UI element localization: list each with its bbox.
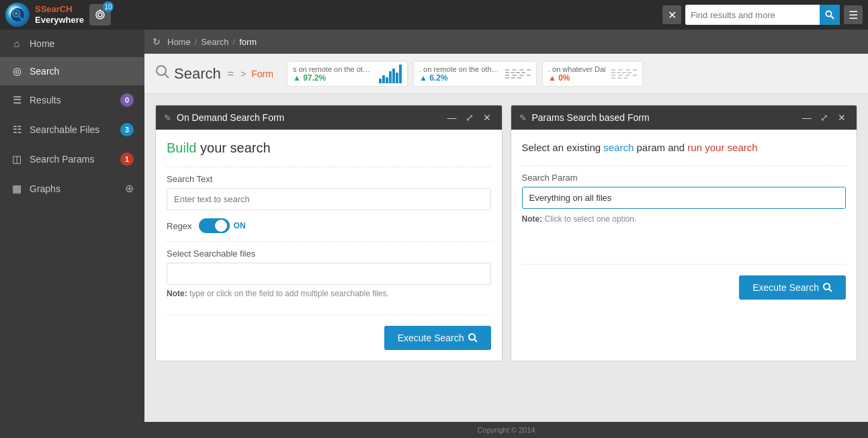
params-note: Note: Click to select one option. bbox=[522, 214, 847, 224]
svg-point-5 bbox=[98, 13, 102, 17]
topbar-right: ✕ ☰ bbox=[662, 5, 863, 25]
panel-on-demand: ✎ On Demand Search Form — ⤢ ✕ Build bbox=[155, 105, 503, 361]
regex-row: Regex ON bbox=[167, 218, 491, 233]
stat-percent-3: ▲ 0% bbox=[548, 73, 606, 83]
stat-text-2: . on remote on the other pc ▲ 6.2% bbox=[419, 65, 500, 83]
search-param-input[interactable] bbox=[522, 187, 847, 209]
select-files-label: Select Searchable files bbox=[167, 249, 491, 259]
app-name-part1: SSearCH bbox=[35, 4, 73, 14]
stat-percent-1: ▲ 97.2% bbox=[293, 73, 374, 83]
page-title-area: Search = > Form bbox=[155, 64, 273, 83]
breadcrumb-search[interactable]: Search bbox=[201, 37, 228, 47]
footer-text: Copyright © 2014 bbox=[478, 426, 535, 434]
page-title-separator: > bbox=[241, 69, 246, 79]
panel-params-close-button[interactable]: ✕ bbox=[835, 111, 849, 124]
execute-search-button-left[interactable]: Execute Search bbox=[384, 326, 491, 350]
app-name-part2: Everywhere bbox=[35, 15, 84, 26]
stat-text-3: . on whatever Dai ▲ 0% bbox=[548, 65, 606, 83]
topbar-close-button[interactable]: ✕ bbox=[662, 5, 681, 24]
panel-on-demand-body: Build your search Search Text Regex bbox=[156, 130, 502, 361]
params-separator bbox=[522, 165, 847, 166]
svg-point-7 bbox=[826, 11, 832, 17]
svg-line-8 bbox=[831, 16, 834, 19]
svg-line-12 bbox=[474, 339, 477, 342]
refresh-icon[interactable]: ↻ bbox=[153, 36, 161, 47]
sidebar-label-graphs: Graphs bbox=[30, 183, 118, 194]
sidebar-label-files: Searchable Files bbox=[30, 124, 114, 135]
svg-line-10 bbox=[165, 75, 169, 79]
dashed-lines-2 bbox=[505, 64, 531, 83]
panel-params-body: Select an existing search param and run … bbox=[511, 130, 857, 310]
select-files-input[interactable] bbox=[167, 263, 491, 285]
panel-params-expand-button[interactable]: ⤢ bbox=[818, 111, 831, 124]
sidebar-label-results: Results bbox=[30, 95, 114, 105]
breadcrumb-home[interactable]: Home bbox=[167, 37, 191, 47]
global-search-box bbox=[685, 5, 840, 25]
sidebar-item-search[interactable]: ◎ Search bbox=[0, 57, 144, 85]
topbar: SSearCH Everywhere 10 ✕ ☰ bbox=[0, 0, 868, 30]
panel-edit-icon: ✎ bbox=[164, 113, 171, 123]
sidebar: ⌂ Home ◎ Search ☰ Results 0 ☷ Searchable… bbox=[0, 30, 144, 438]
search-icon: ◎ bbox=[11, 65, 23, 77]
sidebar-item-home[interactable]: ⌂ Home bbox=[0, 30, 144, 57]
search-text-input[interactable] bbox=[167, 188, 491, 210]
page-search-icon bbox=[155, 64, 170, 83]
app-name: SSearCH Everywhere bbox=[35, 4, 84, 25]
notification-button[interactable]: 10 bbox=[89, 4, 111, 26]
toggle-label: ON bbox=[234, 221, 246, 230]
page-title-sub: Form bbox=[251, 69, 273, 79]
sidebar-label-search: Search bbox=[30, 66, 134, 77]
content-area: ↻ Home / Search / form Search = > bbox=[144, 30, 868, 438]
panel-on-demand-title: On Demand Search Form bbox=[177, 112, 284, 123]
files-badge: 3 bbox=[120, 123, 134, 136]
panel-minimize-button[interactable]: — bbox=[445, 111, 459, 124]
sidebar-label-home: Home bbox=[30, 38, 134, 49]
content-main: ✎ On Demand Search Form — ⤢ ✕ Build bbox=[144, 94, 868, 422]
mini-bar-chart-1 bbox=[379, 64, 402, 83]
page-header: Search = > Form s on remote on the other… bbox=[144, 54, 868, 94]
results-icon: ☰ bbox=[11, 94, 23, 106]
stat-text-1: s on remote on the other pc ▲ 97.2% bbox=[293, 65, 374, 83]
params-badge: 1 bbox=[120, 152, 134, 166]
stats-area: s on remote on the other pc ▲ 97.2% bbox=[287, 61, 857, 87]
graphs-add-icon[interactable]: ⊕ bbox=[125, 182, 134, 195]
panel-on-demand-header: ✎ On Demand Search Form — ⤢ ✕ bbox=[156, 105, 502, 130]
panel-params-minimize-button[interactable]: — bbox=[800, 111, 814, 124]
dashed-lines-3 bbox=[611, 64, 637, 83]
execute-area-right: Execute Search bbox=[522, 264, 847, 300]
separator-1 bbox=[167, 167, 491, 167]
global-search-button[interactable] bbox=[820, 5, 840, 25]
results-badge: 0 bbox=[120, 93, 134, 107]
breadcrumb: ↻ Home / Search / form bbox=[144, 30, 868, 54]
app-logo[interactable] bbox=[5, 3, 30, 27]
files-note: Note: type or click on the field to add … bbox=[167, 289, 491, 298]
sidebar-item-results[interactable]: ☰ Results 0 bbox=[0, 85, 144, 115]
params-title: Select an existing search param and run … bbox=[522, 140, 847, 155]
notification-badge: 10 bbox=[103, 1, 114, 12]
search-text-label: Search Text bbox=[167, 174, 491, 184]
stat-card-2: . on remote on the other pc ▲ 6.2% bbox=[413, 61, 537, 87]
topbar-left: SSearCH Everywhere 10 bbox=[5, 3, 111, 27]
regex-toggle[interactable]: ON bbox=[199, 218, 246, 233]
panel-params-actions: — ⤢ ✕ bbox=[800, 111, 849, 124]
panel-close-button[interactable]: ✕ bbox=[480, 111, 494, 124]
panel-expand-button[interactable]: ⤢ bbox=[463, 111, 476, 124]
toggle-track[interactable] bbox=[199, 218, 230, 233]
breadcrumb-current: form bbox=[239, 37, 257, 47]
files-icon: ☷ bbox=[11, 124, 23, 136]
sidebar-item-search-params[interactable]: ◫ Search Params 1 bbox=[0, 144, 144, 174]
home-icon: ⌂ bbox=[11, 38, 23, 49]
svg-point-4 bbox=[96, 11, 104, 19]
menu-button[interactable]: ☰ bbox=[844, 5, 863, 24]
global-search-input[interactable] bbox=[685, 10, 820, 20]
sidebar-item-searchable-files[interactable]: ☷ Searchable Files 3 bbox=[0, 115, 144, 144]
execute-search-button-right[interactable]: Execute Search bbox=[739, 275, 846, 300]
toggle-knob bbox=[215, 220, 227, 232]
sidebar-label-params: Search Params bbox=[30, 154, 114, 165]
build-title: Build your search bbox=[167, 140, 491, 156]
svg-point-3 bbox=[15, 12, 17, 15]
param-input-wrapper bbox=[522, 187, 847, 209]
panel-on-demand-actions: — ⤢ ✕ bbox=[445, 111, 494, 124]
stat-card-3: . on whatever Dai ▲ 0% bbox=[542, 61, 643, 87]
sidebar-item-graphs[interactable]: ▦ Graphs ⊕ bbox=[0, 174, 144, 203]
